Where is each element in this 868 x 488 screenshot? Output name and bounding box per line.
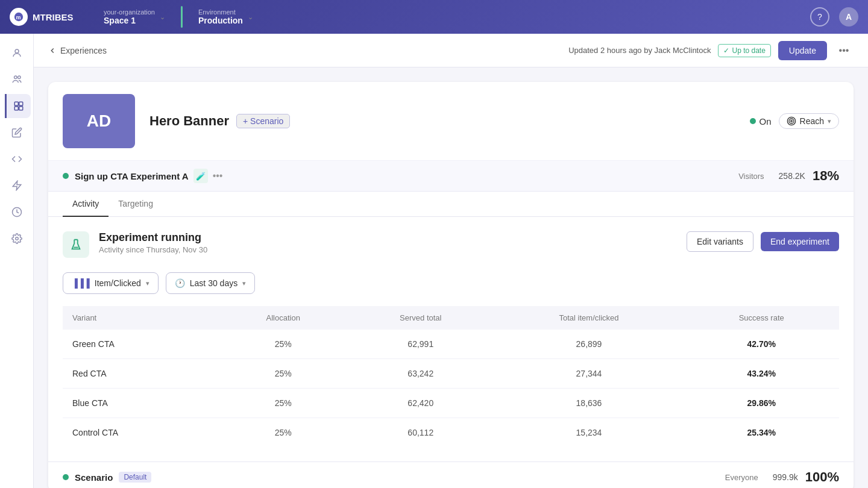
experience-info: Hero Banner + Scenario	[149, 113, 750, 129]
col-served-total: Served total	[347, 306, 494, 330]
activity-section: Experiment running Activity since Thursd…	[48, 217, 854, 461]
sidebar-item-profile[interactable]	[5, 41, 29, 65]
page-header: Experiences Updated 2 hours ago by Jack …	[34, 34, 868, 67]
activity-tabs: Activity Targeting	[48, 192, 854, 217]
filters-row: ▐▐▐ Item/Clicked ▾ 🕐 Last 30 days ▾	[63, 272, 839, 294]
svg-rect-8	[19, 107, 22, 110]
experience-header: AD Hero Banner + Scenario On	[48, 82, 854, 161]
org-selector[interactable]: your-organization Space 1 ⌄	[98, 6, 171, 28]
logo-text: MTRIBES	[33, 12, 74, 22]
add-scenario-button[interactable]: + Scenario	[236, 114, 290, 128]
cell-total-clicked: 26,899	[494, 330, 684, 359]
table-header-row: Variant Allocation Served total Total it…	[63, 306, 839, 330]
env-selector[interactable]: Environment Production ⌄	[192, 6, 259, 28]
org-label: your-organization	[104, 8, 155, 16]
svg-point-14	[790, 120, 792, 122]
cell-success-rate: 42.70%	[684, 330, 839, 359]
sidebar-item-users[interactable]	[5, 67, 29, 92]
table-row: Green CTA 25% 62,991 26,899 42.70%	[63, 330, 839, 359]
cell-served-total: 62,991	[347, 330, 494, 359]
experiment-actions: Edit variants End experiment	[687, 231, 839, 252]
cell-served-total: 62,420	[347, 389, 494, 418]
svg-text:m: m	[16, 14, 21, 20]
period-filter-button[interactable]: 🕐 Last 30 days ▾	[166, 272, 255, 294]
cell-variant: Control CTA	[63, 418, 219, 448]
update-status: Updated 2 hours ago by Jack McClintock	[568, 46, 711, 55]
more-icon: •••	[839, 45, 849, 56]
help-button[interactable]: ?	[810, 7, 829, 27]
logo: m MTRIBES	[10, 8, 88, 26]
flask-svg-icon	[69, 238, 83, 251]
table-row: Blue CTA 25% 62,420 18,636 29.86%	[63, 389, 839, 418]
sidebar	[0, 34, 34, 488]
edit-variants-button[interactable]: Edit variants	[687, 231, 753, 252]
scenario-percentage: 18%	[813, 168, 839, 184]
scenario-more-button[interactable]: •••	[213, 170, 223, 181]
status-label: On	[760, 116, 772, 127]
end-experiment-button[interactable]: End experiment	[761, 232, 839, 251]
sidebar-item-integrations[interactable]	[5, 174, 29, 198]
logo-icon: m	[10, 8, 28, 26]
cell-allocation: 25%	[219, 389, 347, 418]
cell-allocation: 25%	[219, 359, 347, 389]
avatar-letter: A	[846, 12, 852, 22]
bar-chart-icon: ▐▐▐	[72, 278, 90, 288]
cell-allocation: 25%	[219, 418, 347, 448]
sidebar-item-history[interactable]	[5, 200, 29, 224]
scenario-name: Sign up CTA Experiment A	[75, 171, 189, 181]
env-name: Production	[198, 16, 243, 25]
variants-table: Variant Allocation Served total Total it…	[63, 306, 839, 447]
experiment-info: Experiment running Activity since Thursd…	[99, 231, 687, 254]
cell-success-rate: 43.24%	[684, 359, 839, 389]
back-to-experiences[interactable]: Experiences	[48, 46, 107, 55]
back-label: Experiences	[60, 46, 107, 55]
scenario-bottom-label: Scenario	[75, 472, 113, 483]
experience-title: Hero Banner	[149, 113, 229, 129]
scenario-bottom-count: 999.9k	[773, 472, 798, 482]
update-button[interactable]: Update	[778, 41, 827, 60]
user-avatar[interactable]: A	[839, 7, 858, 27]
flask-icon: 🧪	[193, 169, 208, 183]
svg-point-13	[789, 119, 794, 124]
svg-rect-5	[14, 102, 18, 105]
experience-thumbnail: AD	[63, 94, 135, 148]
reach-button[interactable]: Reach ▾	[779, 113, 839, 129]
cell-success-rate: 25.34%	[684, 418, 839, 448]
sidebar-item-settings[interactable]	[5, 227, 29, 251]
default-badge: Default	[119, 472, 151, 483]
main-layout: Experiences Updated 2 hours ago by Jack …	[0, 34, 868, 488]
more-options-button[interactable]: •••	[834, 41, 854, 60]
scenario-active-dot	[63, 173, 69, 179]
experiment-running-title: Experiment running	[99, 231, 687, 244]
env-info: Environment Production	[198, 8, 243, 25]
svg-marker-9	[13, 181, 21, 190]
cell-served-total: 60,112	[347, 418, 494, 448]
tab-targeting-label: Targeting	[118, 199, 153, 208]
cell-total-clicked: 15,234	[494, 418, 684, 448]
cell-total-clicked: 18,636	[494, 389, 684, 418]
experiment-since-label: Activity since Thursday, Nov 30	[99, 245, 687, 254]
metric-filter-label: Item/Clicked	[95, 278, 141, 288]
col-total-clicked: Total item/clicked	[494, 306, 684, 330]
cell-allocation: 25%	[219, 330, 347, 359]
scenario-bottom-row: Scenario Default Everyone 999.9k 100%	[48, 461, 854, 488]
thumbnail-text: AD	[87, 111, 111, 131]
cell-served-total: 63,242	[347, 359, 494, 389]
env-divider	[181, 6, 183, 28]
update-status-text: Updated 2 hours ago by Jack McClintock	[568, 46, 711, 55]
cell-variant: Red CTA	[63, 359, 219, 389]
sidebar-item-editor[interactable]	[5, 120, 29, 145]
status-on: On	[750, 116, 772, 127]
sidebar-item-code[interactable]	[5, 147, 29, 171]
cell-variant: Blue CTA	[63, 389, 219, 418]
org-name: Space 1	[104, 16, 155, 25]
svg-rect-6	[19, 102, 22, 105]
clock-icon: 🕐	[175, 278, 185, 288]
svg-point-2	[15, 49, 19, 53]
sidebar-item-experiences[interactable]	[5, 94, 31, 118]
tab-targeting[interactable]: Targeting	[108, 192, 163, 217]
reach-label: Reach	[800, 116, 824, 126]
experience-card: AD Hero Banner + Scenario On	[48, 82, 854, 488]
tab-activity[interactable]: Activity	[63, 192, 108, 217]
metric-filter-button[interactable]: ▐▐▐ Item/Clicked ▾	[63, 272, 159, 294]
